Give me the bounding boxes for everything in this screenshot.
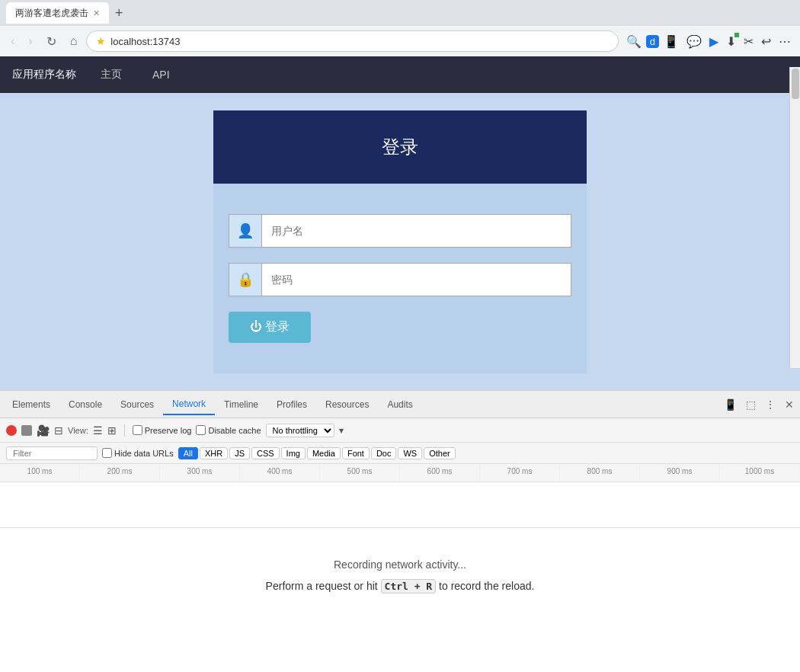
bookmark-star-icon: ★ [96, 35, 106, 47]
filter-xhr[interactable]: XHR [200, 447, 228, 459]
view-detail-icon[interactable]: ⊞ [107, 424, 117, 437]
timeline-header: 100 ms 200 ms 300 ms 400 ms 500 ms 600 m… [0, 464, 800, 482]
tab-timeline[interactable]: Timeline [215, 395, 267, 414]
reload-button[interactable]: ↻ [42, 31, 61, 52]
active-tab[interactable]: 两游客遭老虎袭击 ✕ [6, 2, 109, 24]
main-content: 登录 👤 🔒 ⏻ 登录 [0, 93, 800, 390]
filter-doc[interactable]: Doc [371, 447, 397, 459]
keyboard-shortcut: Ctrl + R [381, 579, 437, 594]
filter-font[interactable]: Font [342, 447, 370, 459]
nav-item-home[interactable]: 主页 [94, 65, 128, 85]
tab-title: 两游客遭老虎袭击 [15, 7, 88, 20]
preserve-log-label[interactable]: Preserve log [133, 425, 192, 435]
devtools-panel: Elements Console Sources Network Timelin… [0, 390, 800, 622]
scrollbar-thumb[interactable] [792, 69, 799, 99]
filter-button[interactable]: ⊟ [54, 424, 63, 437]
tick-200ms: 200 ms [80, 464, 160, 482]
recording-main-text: Recording network activity... [334, 558, 466, 571]
filter-bar: Hide data URLs All XHR JS CSS Img Media … [0, 443, 800, 464]
back-button[interactable]: ‹ [6, 31, 19, 51]
login-button-label: ⏻ 登录 [250, 319, 290, 335]
devtools-device-icon[interactable]: 📱 [721, 397, 740, 412]
search-button[interactable]: 🔍 [623, 33, 645, 50]
stop-button[interactable] [21, 425, 32, 436]
throttle-dropdown-icon[interactable]: ▾ [339, 425, 344, 436]
toolbar-right: 🔍 d 📱 💬 ▶ ⬇ ✂ ↩ ⋯ [623, 33, 794, 50]
chat-button[interactable]: 💬 [683, 33, 705, 50]
tick-700ms: 700 ms [480, 464, 560, 482]
filter-ws[interactable]: WS [398, 447, 422, 459]
filter-img[interactable]: Img [281, 447, 306, 459]
url-text: localhost:13743 [110, 36, 608, 47]
play-button[interactable]: ▶ [706, 33, 722, 50]
filter-media[interactable]: Media [307, 447, 341, 459]
filter-all[interactable]: All [178, 447, 198, 459]
tick-300ms: 300 ms [160, 464, 240, 482]
tick-500ms: 500 ms [320, 464, 400, 482]
view-label: View: [68, 426, 88, 435]
scissors-button[interactable]: ✂ [741, 33, 757, 50]
mobile-view-button[interactable]: 📱 [661, 33, 682, 50]
hide-data-urls-label[interactable]: Hide data URLs [102, 448, 174, 458]
tab-sources[interactable]: Sources [111, 395, 163, 414]
throttle-select[interactable]: No throttling [266, 424, 334, 437]
forward-button[interactable]: › [24, 31, 37, 51]
record-button[interactable] [6, 425, 17, 436]
username-input[interactable] [262, 214, 571, 248]
login-button[interactable]: ⏻ 登录 [229, 312, 311, 343]
devtools-close-icon[interactable]: ✕ [782, 397, 797, 412]
undo-button[interactable]: ↩ [758, 33, 774, 50]
address-bar: ★ localhost:13743 [86, 30, 618, 52]
hide-data-urls-checkbox[interactable] [102, 448, 112, 458]
home-button[interactable]: ⌂ [66, 31, 82, 51]
d-extension-button[interactable]: d [646, 35, 659, 48]
view-list-icon[interactable]: ☰ [93, 424, 103, 437]
recording-sub-text: Perform a request or hit Ctrl + R to rec… [266, 580, 535, 592]
camera-button[interactable]: 🎥 [37, 424, 50, 437]
tick-600ms: 600 ms [400, 464, 480, 482]
tab-elements[interactable]: Elements [3, 395, 59, 414]
tab-console[interactable]: Console [59, 395, 111, 414]
recording-area: Recording network activity... Perform a … [0, 528, 800, 622]
nav-item-api[interactable]: API [146, 66, 176, 84]
username-group: 👤 [229, 214, 571, 248]
filter-other[interactable]: Other [424, 447, 456, 459]
login-header: 登录 [213, 110, 587, 184]
tab-network[interactable]: Network [163, 394, 215, 415]
devtools-settings-icon[interactable]: ⋮ [762, 397, 779, 412]
scrollbar[interactable] [789, 67, 800, 368]
tab-resources[interactable]: Resources [316, 395, 378, 414]
recording-sub-after: to record the reload. [436, 580, 534, 592]
devtools-tab-icons: 📱 ⬚ ⋮ ✕ [721, 397, 797, 412]
password-input[interactable] [262, 263, 571, 296]
app-brand: 应用程序名称 [12, 68, 76, 82]
tick-100ms: 100 ms [0, 464, 80, 482]
filter-types: All XHR JS CSS Img Media Font Doc WS Oth… [178, 447, 456, 459]
app-navbar: 应用程序名称 主页 API [0, 56, 800, 93]
add-tab-button[interactable]: + [110, 5, 128, 21]
devtools-inspect-icon[interactable]: ⬚ [743, 397, 759, 412]
tab-profiles[interactable]: Profiles [267, 395, 316, 414]
login-title: 登录 [382, 136, 418, 157]
lock-icon: 🔒 [229, 263, 262, 296]
tick-800ms: 800 ms [560, 464, 640, 482]
close-tab-icon[interactable]: ✕ [93, 8, 100, 18]
network-toolbar: 🎥 ⊟ View: ☰ ⊞ Preserve log Disable cache… [0, 418, 800, 443]
password-group: 🔒 [229, 263, 571, 296]
tab-bar: 两游客遭老虎袭击 ✕ + [0, 0, 800, 26]
filter-css[interactable]: CSS [251, 447, 280, 459]
disable-cache-checkbox[interactable] [196, 425, 206, 435]
login-body: 👤 🔒 ⏻ 登录 [213, 184, 587, 373]
recording-sub-before: Perform a request or hit [266, 580, 381, 592]
tick-400ms: 400 ms [240, 464, 320, 482]
tab-audits[interactable]: Audits [378, 395, 421, 414]
menu-button[interactable]: ⋯ [776, 33, 794, 50]
filter-js[interactable]: JS [229, 447, 250, 459]
download-button[interactable]: ⬇ [723, 33, 739, 50]
preserve-log-checkbox[interactable] [133, 425, 142, 435]
disable-cache-label[interactable]: Disable cache [196, 425, 261, 435]
tick-900ms: 900 ms [640, 464, 720, 482]
filter-input[interactable] [6, 446, 98, 460]
separator [124, 424, 125, 437]
tick-1000ms: 1000 ms [720, 464, 800, 482]
